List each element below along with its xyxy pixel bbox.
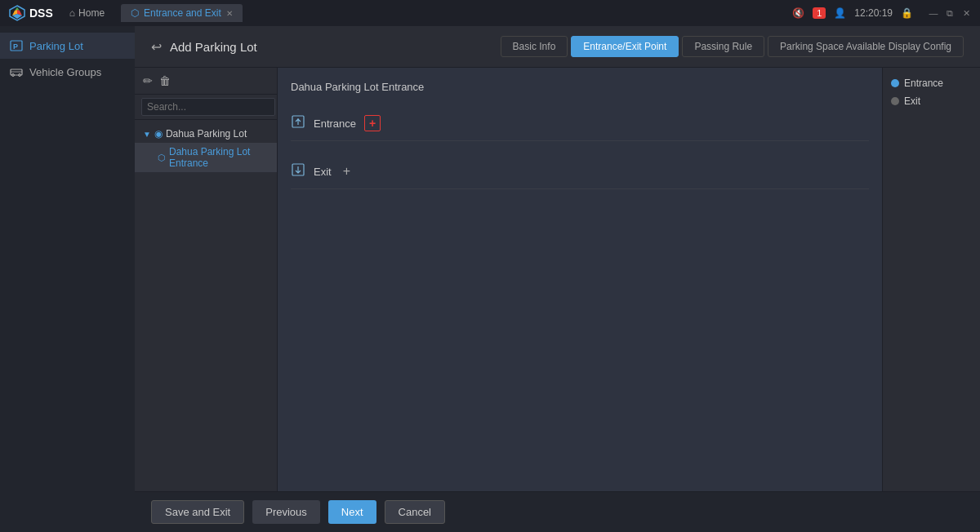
titlebar-left: DSS ⌂ Home ⬡ Entrance and Exit ✕ — [8, 4, 243, 22]
legend-entrance: Entrance — [891, 78, 972, 89]
main-layout: P Parking Lot Vehicle Groups ↩ Add Parki… — [0, 26, 980, 532]
sidebar-item-parking-lot[interactable]: P Parking Lot — [0, 33, 135, 59]
legend-exit: Exit — [891, 95, 972, 107]
logo: DSS — [8, 4, 53, 22]
tab-close-icon[interactable]: ✕ — [226, 9, 233, 18]
tab-label: Entrance and Exit — [144, 7, 221, 19]
tree-root-node[interactable]: ▼ ◉ Dahua Parking Lot — [135, 125, 277, 143]
delete-button[interactable]: 🗑 — [159, 74, 171, 87]
back-button[interactable]: ↩ — [151, 39, 162, 55]
entrance-icon — [291, 114, 305, 132]
tab-icon: ⬡ — [131, 7, 139, 19]
search-box: 🔍 — [135, 95, 277, 120]
home-label: Home — [78, 7, 105, 19]
lock-icon: 🔒 — [901, 7, 913, 19]
tree-arrow-icon: ▼ — [143, 130, 151, 139]
sidebar-item-vehicle-groups[interactable]: Vehicle Groups — [0, 59, 135, 85]
entrance-add-button[interactable]: + — [364, 115, 381, 131]
sidebar: P Parking Lot Vehicle Groups — [0, 26, 135, 532]
page-header: ↩ Add Parking Lot Basic Info Entrance/Ex… — [135, 26, 980, 68]
content-area: ↩ Add Parking Lot Basic Info Entrance/Ex… — [135, 26, 980, 532]
tree-area: ▼ ◉ Dahua Parking Lot ⬡ Dahua Parking Lo… — [135, 120, 277, 491]
vehicle-groups-icon — [10, 65, 23, 78]
exit-section: Exit + — [291, 154, 869, 189]
next-button[interactable]: Next — [328, 500, 376, 524]
entrance-exit-tab[interactable]: ⬡ Entrance and Exit ✕ — [121, 4, 243, 22]
legend-panel: Entrance Exit — [882, 68, 980, 491]
exit-add-button[interactable]: + — [340, 164, 354, 179]
search-input[interactable] — [141, 98, 275, 116]
titlebar: DSS ⌂ Home ⬡ Entrance and Exit ✕ 🔇 1 👤 1… — [0, 0, 980, 26]
tab-basic-info[interactable]: Basic Info — [501, 36, 568, 57]
tree-root-icon: ◉ — [154, 128, 163, 140]
legend-exit-label: Exit — [904, 95, 920, 107]
main-area: Dahua Parking Lot Entrance Entrance — [278, 68, 882, 491]
speaker-icon: 🔇 — [792, 7, 804, 19]
sidebar-label-vehicle-groups: Vehicle Groups — [29, 66, 101, 78]
minimize-btn[interactable]: — — [928, 7, 939, 19]
dss-logo-icon — [8, 4, 26, 22]
clock: 12:20:19 — [854, 7, 893, 19]
tree-root-label: Dahua Parking Lot — [166, 128, 247, 140]
user-icon: 👤 — [834, 7, 846, 19]
entrance-row: Entrance + — [291, 106, 869, 141]
previous-button[interactable]: Previous — [252, 500, 320, 524]
sidebar-label-parking-lot: Parking Lot — [29, 40, 83, 52]
save-exit-button[interactable]: Save and Exit — [151, 500, 244, 524]
exit-row: Exit + — [291, 154, 869, 189]
tab-navigation: Basic Info Entrance/Exit Point Passing R… — [501, 36, 964, 57]
edit-button[interactable]: ✏ — [143, 74, 153, 87]
left-panel: ✏ 🗑 🔍 ▼ ◉ Dahua Parking Lot ⬡ Dahua Pa — [135, 68, 278, 491]
exit-label: Exit — [314, 166, 332, 178]
legend-entrance-dot — [891, 79, 899, 87]
inner-content: ✏ 🗑 🔍 ▼ ◉ Dahua Parking Lot ⬡ Dahua Pa — [135, 68, 980, 491]
logo-text: DSS — [29, 7, 53, 20]
page-title: Add Parking Lot — [170, 40, 257, 54]
svg-text:P: P — [13, 42, 18, 51]
legend-exit-dot — [891, 97, 899, 105]
home-icon: ⌂ — [69, 7, 75, 19]
tree-child-node[interactable]: ⬡ Dahua Parking Lot Entrance — [135, 143, 277, 172]
tab-entrance-exit-point[interactable]: Entrance/Exit Point — [571, 36, 679, 57]
alert-badge: 1 — [813, 7, 826, 19]
close-btn[interactable]: ✕ — [960, 7, 972, 19]
titlebar-right: 🔇 1 👤 12:20:19 🔒 — ⧉ ✕ — [792, 7, 972, 19]
tree-child-label: Dahua Parking Lot Entrance — [169, 146, 269, 169]
parking-lot-icon: P — [10, 39, 23, 52]
panel-toolbar: ✏ 🗑 — [135, 68, 277, 95]
tab-passing-rule[interactable]: Passing Rule — [682, 36, 764, 57]
restore-btn[interactable]: ⧉ — [944, 7, 956, 19]
entrance-section: Entrance + — [291, 106, 869, 141]
tree-child-icon: ⬡ — [158, 153, 166, 163]
section-title: Dahua Parking Lot Entrance — [291, 81, 869, 93]
home-tab[interactable]: ⌂ Home — [60, 4, 114, 22]
cancel-button[interactable]: Cancel — [385, 500, 445, 524]
window-controls: — ⧉ ✕ — [928, 7, 972, 19]
footer: Save and Exit Previous Next Cancel — [135, 491, 980, 532]
right-panel: Dahua Parking Lot Entrance Entrance — [278, 68, 980, 491]
tab-parking-space[interactable]: Parking Space Available Display Config — [768, 36, 964, 57]
legend-entrance-label: Entrance — [904, 78, 943, 89]
exit-icon — [291, 162, 305, 180]
entrance-label: Entrance — [314, 117, 356, 130]
